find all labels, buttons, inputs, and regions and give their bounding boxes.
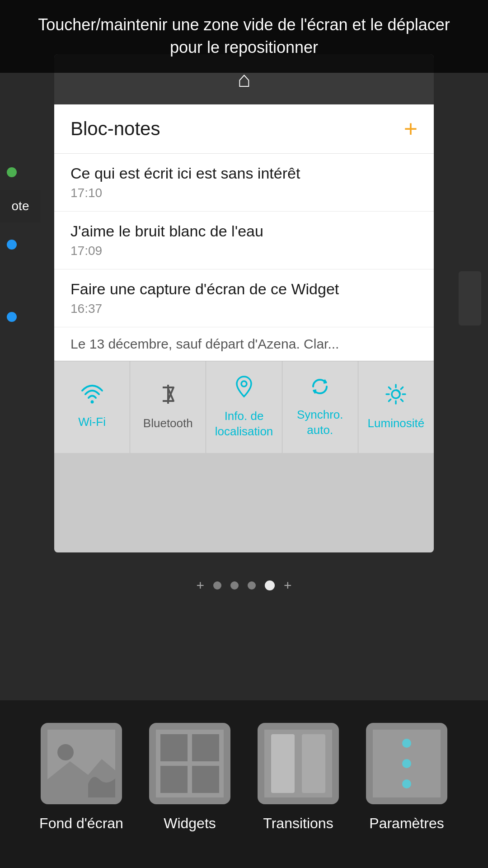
- wallpaper-icon-box: [41, 723, 122, 804]
- brightness-label: Luminosité: [368, 416, 425, 431]
- note-text-2: J'aime le bruit blanc de l'eau: [70, 222, 418, 240]
- location-label: Info. delocalisation: [215, 409, 273, 439]
- right-indicator: [459, 271, 481, 326]
- transitions-icon-box: [258, 723, 339, 804]
- bottom-toolbar: Fond d'écran Widgets Tran: [0, 700, 488, 868]
- toolbar-wallpaper[interactable]: Fond d'écran: [36, 723, 127, 832]
- note-time-1: 17:10: [70, 186, 418, 200]
- bluetooth-icon: [158, 383, 178, 410]
- bluetooth-label: Bluetooth: [143, 416, 193, 431]
- toggle-wifi[interactable]: Wi-Fi: [54, 361, 130, 453]
- svg-rect-17: [160, 766, 188, 793]
- note-partial: Le 13 décembre, sauf départ d'Azena. Cla…: [54, 327, 434, 361]
- toggle-brightness[interactable]: Luminosité: [358, 361, 434, 453]
- toggle-sync[interactable]: Synchro.auto.: [282, 361, 358, 453]
- settings-icon-box: [366, 723, 447, 804]
- toggles-bar: Wi-Fi Bluetooth Info. delocalisation: [54, 361, 434, 453]
- svg-line-10: [401, 387, 403, 389]
- svg-rect-18: [192, 766, 219, 793]
- note-time-2: 17:09: [70, 244, 418, 258]
- brightness-icon: [385, 383, 407, 410]
- widgets-icon-box: [149, 723, 230, 804]
- svg-point-2: [241, 381, 247, 387]
- instruction-bar: Toucher/maintenir une zone vide de l'écr…: [0, 0, 488, 73]
- main-widget-container: ⌂ Bloc-notes + Ce qui est écrit ici est …: [54, 54, 434, 552]
- page-dots: + +: [0, 579, 488, 592]
- note-item-3[interactable]: Faire une capture d'écran de ce Widget 1…: [54, 269, 434, 327]
- dot-add-left[interactable]: +: [196, 579, 204, 592]
- svg-rect-23: [302, 734, 325, 793]
- note-item-1[interactable]: Ce qui est écrit ici est sans intérêt 17…: [54, 154, 434, 212]
- notepad-widget: Bloc-notes + Ce qui est écrit ici est sa…: [54, 104, 434, 361]
- dot-2[interactable]: [230, 581, 239, 590]
- toggle-bluetooth[interactable]: Bluetooth: [130, 361, 206, 453]
- dot-add-right[interactable]: +: [284, 579, 292, 592]
- empty-area: [54, 453, 434, 552]
- left-dot-blue: [7, 240, 17, 250]
- svg-point-26: [402, 739, 411, 748]
- note-item-2[interactable]: J'aime le bruit blanc de l'eau 17:09: [54, 212, 434, 269]
- svg-rect-22: [271, 734, 295, 793]
- svg-point-13: [57, 744, 74, 760]
- toggle-location[interactable]: Info. delocalisation: [206, 361, 282, 453]
- settings-label: Paramètres: [369, 815, 444, 832]
- wifi-icon: [81, 384, 103, 409]
- transitions-label: Transitions: [263, 815, 333, 832]
- dot-4-active[interactable]: [265, 580, 275, 590]
- note-time-3: 16:37: [70, 302, 418, 316]
- add-note-button[interactable]: +: [404, 117, 418, 141]
- sync-label: Synchro.auto.: [297, 407, 343, 438]
- svg-rect-16: [192, 734, 219, 761]
- left-dot-blue2: [7, 312, 17, 322]
- svg-point-27: [402, 759, 411, 768]
- notepad-header: Bloc-notes +: [54, 104, 434, 154]
- note-text-1: Ce qui est écrit ici est sans intérêt: [70, 165, 418, 182]
- svg-line-11: [389, 399, 391, 401]
- svg-line-8: [389, 387, 391, 389]
- left-dot-green: [7, 167, 17, 177]
- svg-line-9: [401, 399, 403, 401]
- instruction-text: Toucher/maintenir une zone vide de l'écr…: [38, 15, 450, 57]
- side-label: ote: [0, 190, 41, 222]
- svg-point-28: [402, 779, 411, 788]
- svg-point-0: [90, 400, 94, 403]
- dot-1[interactable]: [213, 581, 221, 590]
- sync-icon: [310, 376, 330, 402]
- dot-3[interactable]: [248, 581, 256, 590]
- wallpaper-label: Fond d'écran: [39, 815, 123, 832]
- svg-rect-15: [160, 734, 188, 761]
- toolbar-settings[interactable]: Paramètres: [361, 723, 452, 832]
- toolbar-widgets[interactable]: Widgets: [145, 723, 235, 832]
- notepad-title: Bloc-notes: [70, 118, 160, 140]
- widgets-label: Widgets: [164, 815, 216, 832]
- note-text-3: Faire une capture d'écran de ce Widget: [70, 280, 418, 298]
- location-icon: [234, 375, 254, 403]
- toolbar-transitions[interactable]: Transitions: [253, 723, 343, 832]
- wifi-label: Wi-Fi: [78, 415, 106, 430]
